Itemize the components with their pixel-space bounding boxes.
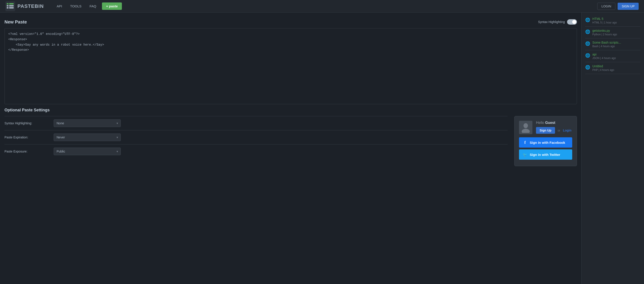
globe-icon: 🌐 bbox=[585, 65, 590, 70]
settings-row-expiration: Paste Expiration: Never 10 Minutes 1 Hou… bbox=[4, 130, 508, 144]
svg-point-8 bbox=[522, 129, 530, 133]
svg-rect-2 bbox=[7, 5, 8, 6]
nav-api[interactable]: API bbox=[53, 0, 66, 12]
guest-signup-button[interactable]: Sign Up bbox=[536, 127, 555, 134]
sidebar-item-meta: PHP | 4 hours ago bbox=[592, 68, 614, 72]
logo-text: PASTEBIN bbox=[18, 3, 44, 9]
header: PASTEBIN API TOOLS FAQ + paste LOGIN SIG… bbox=[0, 0, 644, 12]
sidebar-item: 🌐 HTML 5 HTML 5 | 1 hour ago bbox=[585, 15, 640, 26]
sidebar-item: 🌐 api JSON | 4 hours ago bbox=[585, 50, 640, 62]
globe-icon: 🌐 bbox=[585, 18, 590, 22]
sidebar-item-link[interactable]: HTML 5 bbox=[592, 17, 603, 20]
code-line-3: <Say>Say any words in a robot voice here… bbox=[8, 42, 573, 48]
paste-expiration-label: Paste Expiration: bbox=[4, 136, 54, 139]
syntax-toggle-area: Syntax Highlighting bbox=[538, 19, 577, 24]
syntax-highlighting-select[interactable]: None HTML5 Python Bash PHP JSON bbox=[54, 120, 121, 127]
paste-expiration-select[interactable]: Never 10 Minutes 1 Hour 1 Day 1 Week 1 M… bbox=[54, 134, 121, 141]
right-sidebar: 🌐 HTML 5 HTML 5 | 1 hour ago 🌐 getstonks… bbox=[582, 12, 644, 284]
new-paste-title: New Paste bbox=[4, 20, 27, 24]
sidebar-item-info: getstonks.py Python | 2 hours ago bbox=[592, 29, 617, 36]
content-area: New Paste Syntax Highlighting <?xml vers… bbox=[0, 12, 582, 284]
code-line-2: <Response> bbox=[8, 37, 573, 42]
syntax-select-wrapper: None HTML5 Python Bash PHP JSON bbox=[54, 120, 121, 127]
or-text: or bbox=[558, 129, 560, 132]
svg-rect-5 bbox=[9, 5, 14, 6]
svg-point-7 bbox=[524, 123, 528, 128]
paste-exposure-select[interactable]: Public Unlisted Private bbox=[54, 148, 121, 155]
sidebar-item-meta: Python | 2 hours ago bbox=[592, 33, 617, 36]
guest-avatar bbox=[519, 121, 532, 134]
facebook-icon: f bbox=[522, 140, 528, 145]
syntax-highlighting-toggle[interactable] bbox=[567, 19, 577, 24]
facebook-signin-button[interactable]: f Sign in with Facebook bbox=[519, 137, 572, 148]
settings-row-exposure: Paste Exposure: Public Unlisted Private bbox=[4, 144, 508, 158]
new-paste-header: New Paste Syntax Highlighting bbox=[4, 17, 577, 26]
code-line-4: </Response> bbox=[8, 48, 573, 53]
sidebar-item-meta: JSON | 4 hours ago bbox=[592, 56, 616, 60]
syntax-highlighting-field-label: Syntax Highlighting: bbox=[4, 122, 54, 125]
sidebar-item: 🌐 getstonks.py Python | 2 hours ago bbox=[585, 26, 640, 38]
sidebar-item-info: Some Bash scripts... Bash | 4 hours ago bbox=[592, 41, 621, 48]
sidebar-item-meta: Bash | 4 hours ago bbox=[592, 45, 621, 48]
sidebar-item-info: HTML 5 HTML 5 | 1 hour ago bbox=[592, 17, 617, 24]
expiration-select-wrapper: Never 10 Minutes 1 Hour 1 Day 1 Week 1 M… bbox=[54, 134, 121, 141]
globe-icon: 🌐 bbox=[585, 29, 590, 34]
settings-row-syntax: Syntax Highlighting: None HTML5 Python B… bbox=[4, 116, 508, 130]
guest-info: Hello Guest Sign Up or Login bbox=[536, 121, 572, 134]
optional-settings-section: Optional Paste Settings Syntax Highlight… bbox=[4, 108, 577, 166]
guest-box: Hello Guest Sign Up or Login f Sign in w… bbox=[514, 116, 577, 166]
svg-rect-3 bbox=[7, 7, 8, 8]
nav-faq[interactable]: FAQ bbox=[86, 0, 100, 12]
code-editor: <?xml version="1.0" encoding="UTF-8"?> <… bbox=[4, 28, 577, 104]
settings-lower-row: Syntax Highlighting: None HTML5 Python B… bbox=[4, 116, 577, 166]
twitter-signin-button[interactable]: 🐦 Sign in with Twitter bbox=[519, 150, 572, 160]
svg-rect-1 bbox=[7, 3, 8, 4]
facebook-signin-label: Sign in with Facebook bbox=[530, 141, 565, 144]
sidebar-item: 🌐 Untitled PHP | 4 hours ago bbox=[585, 62, 640, 74]
nav-tools[interactable]: TOOLS bbox=[66, 0, 86, 12]
globe-icon: 🌐 bbox=[585, 41, 590, 46]
sidebar-item-info: api JSON | 4 hours ago bbox=[592, 52, 616, 60]
sidebar-item-meta: HTML 5 | 1 hour ago bbox=[592, 21, 617, 24]
svg-rect-6 bbox=[9, 7, 14, 8]
sidebar-item-link[interactable]: Untitled bbox=[592, 64, 603, 68]
avatar-icon bbox=[521, 122, 530, 133]
sidebar-item-link[interactable]: Some Bash scripts... bbox=[592, 41, 621, 44]
sidebar-item: 🌐 Some Bash scripts... Bash | 4 hours ag… bbox=[585, 38, 640, 50]
guest-login-button[interactable]: Login bbox=[563, 128, 571, 132]
exposure-select-wrap: Public Unlisted Private bbox=[54, 148, 121, 155]
logo-area: PASTEBIN bbox=[5, 1, 44, 11]
paste-button[interactable]: + paste bbox=[102, 2, 122, 10]
settings-title: Optional Paste Settings bbox=[4, 108, 577, 112]
hello-prefix: Hello bbox=[536, 121, 545, 124]
header-right: LOGIN SIGN UP bbox=[597, 3, 639, 10]
sidebar-item-link[interactable]: api bbox=[592, 52, 596, 56]
sidebar-items: 🌐 HTML 5 HTML 5 | 1 hour ago 🌐 getstonks… bbox=[585, 15, 640, 74]
code-line-1: <?xml version="1.0" encoding="UTF-8"?> bbox=[8, 32, 573, 37]
settings-left: Syntax Highlighting: None HTML5 Python B… bbox=[4, 116, 508, 158]
twitter-signin-label: Sign in with Twitter bbox=[530, 153, 560, 156]
logo-icon bbox=[5, 1, 15, 11]
sidebar-item-info: Untitled PHP | 4 hours ago bbox=[592, 64, 614, 72]
paste-exposure-label: Paste Exposure: bbox=[4, 150, 54, 153]
expiration-select-wrap: Never 10 Minutes 1 Hour 1 Day 1 Week 1 M… bbox=[54, 134, 121, 141]
guest-inner: Hello Guest Sign Up or Login bbox=[519, 121, 572, 134]
nav-links: API TOOLS FAQ + paste bbox=[53, 0, 122, 12]
main-layout: New Paste Syntax Highlighting <?xml vers… bbox=[0, 12, 644, 284]
hello-text: Hello Guest bbox=[536, 121, 572, 125]
globe-icon: 🌐 bbox=[585, 53, 590, 58]
syntax-highlighting-label: Syntax Highlighting bbox=[538, 20, 565, 24]
hello-user: Guest bbox=[545, 121, 555, 124]
login-button[interactable]: LOGIN bbox=[597, 3, 616, 10]
twitter-icon: 🐦 bbox=[522, 152, 528, 157]
guest-actions: Sign Up or Login bbox=[536, 127, 572, 134]
signup-button[interactable]: SIGN UP bbox=[618, 3, 639, 10]
sidebar-item-link[interactable]: getstonks.py bbox=[592, 29, 610, 32]
exposure-select-wrapper: Public Unlisted Private bbox=[54, 148, 121, 155]
syntax-highlighting-select-wrap: None HTML5 Python Bash PHP JSON bbox=[54, 120, 121, 127]
svg-rect-4 bbox=[9, 3, 14, 4]
